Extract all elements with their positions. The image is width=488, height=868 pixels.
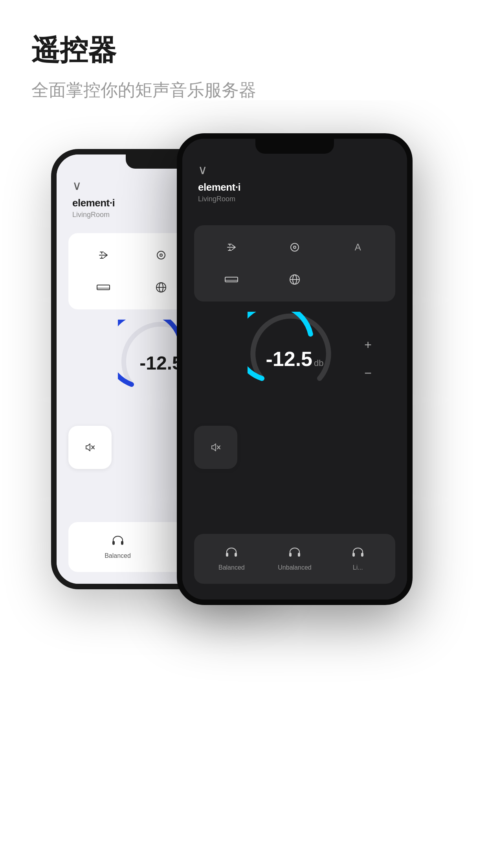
input-usb-light[interactable] bbox=[75, 239, 132, 271]
mute-section-dark bbox=[194, 426, 237, 469]
output-balanced-dark[interactable]: Balanced bbox=[200, 540, 263, 577]
brand-name-dark: element·i bbox=[198, 181, 240, 193]
volume-number-dark: -12.5 bbox=[266, 347, 312, 371]
chevron-icon-light[interactable]: ∨ bbox=[72, 178, 81, 193]
output-balanced-label-dark: Balanced bbox=[218, 564, 245, 571]
vol-plus-dark[interactable]: + bbox=[364, 338, 372, 351]
page-header: 遥控器 全面掌控你的矩声音乐服务器 bbox=[0, 0, 488, 118]
power-button-dark bbox=[411, 217, 413, 253]
output-balanced-label-light: Balanced bbox=[105, 552, 131, 559]
vol-down-light bbox=[51, 253, 53, 276]
vol-up-dark bbox=[177, 210, 178, 233]
volume-knob-dark[interactable]: -12.5 db bbox=[248, 312, 342, 406]
output-unbalanced-label-dark: Unbalanced bbox=[278, 564, 311, 571]
output-line-label-dark: Li... bbox=[353, 564, 363, 571]
input-usb-dark[interactable] bbox=[200, 232, 263, 263]
page-title: 遥控器 bbox=[31, 31, 457, 69]
svg-point-13 bbox=[294, 246, 296, 248]
volume-section-dark: -12.5 db + − bbox=[194, 304, 395, 414]
headphone-balanced-icon-light bbox=[112, 535, 124, 548]
page-subtitle: 全面掌控你的矩声音乐服务器 bbox=[31, 79, 457, 102]
brand-text-light: element·i bbox=[72, 197, 115, 209]
svg-rect-8 bbox=[112, 541, 115, 545]
headphone-line-icon-dark bbox=[352, 546, 364, 560]
brand-light: element·i LivingRoom bbox=[72, 197, 115, 219]
mute-section-light bbox=[68, 426, 112, 469]
volume-number-light: -12.5 bbox=[139, 353, 182, 373]
volume-value-dark: -12.5 db bbox=[266, 347, 323, 371]
headphone-balanced-icon-dark bbox=[225, 546, 238, 560]
input-cd-dark[interactable] bbox=[264, 232, 326, 263]
svg-rect-14 bbox=[225, 277, 238, 282]
svg-rect-20 bbox=[226, 553, 228, 557]
output-section-dark: Balanced Unbalanced bbox=[194, 534, 395, 584]
headphone-unbalanced-icon-dark bbox=[288, 546, 301, 560]
svg-point-0 bbox=[157, 251, 165, 259]
brand-name-light: element·i bbox=[72, 197, 115, 209]
svg-point-12 bbox=[291, 243, 299, 251]
chevron-icon-dark[interactable]: ∨ bbox=[198, 162, 207, 177]
mute-btn-light[interactable] bbox=[68, 426, 112, 469]
svg-rect-2 bbox=[97, 285, 110, 290]
svg-rect-21 bbox=[235, 553, 237, 557]
vol-minus-dark[interactable]: − bbox=[364, 367, 372, 379]
vol-up-light bbox=[51, 225, 53, 249]
brand-location-dark: LivingRoom bbox=[198, 195, 240, 203]
vol-down-dark bbox=[177, 237, 178, 261]
brand-location-light: LivingRoom bbox=[72, 211, 115, 219]
volume-controls-dark: + − bbox=[364, 338, 372, 379]
output-line-dark[interactable]: Li... bbox=[327, 540, 389, 577]
input-a-dark[interactable]: A bbox=[327, 232, 389, 263]
input-net-dark[interactable] bbox=[264, 264, 326, 295]
mute-btn-dark[interactable] bbox=[194, 426, 237, 469]
notch-dark bbox=[255, 139, 334, 154]
brand-dark: element·i LivingRoom bbox=[198, 181, 240, 203]
svg-rect-25 bbox=[361, 553, 363, 557]
brand-text-dark: element·i bbox=[198, 181, 240, 193]
input-hdmi-light[interactable] bbox=[75, 272, 132, 303]
output-balanced-light[interactable]: Balanced bbox=[75, 528, 161, 566]
input-hdmi-dark[interactable] bbox=[200, 264, 263, 295]
dark-phone: ∨ element·i LivingRoom bbox=[177, 133, 413, 605]
volume-value-light: -12.5 bbox=[139, 352, 182, 374]
svg-rect-9 bbox=[121, 541, 123, 545]
input-grid-dark: A bbox=[194, 225, 395, 302]
volume-unit-dark: db bbox=[314, 358, 323, 368]
output-unbalanced-dark[interactable]: Unbalanced bbox=[264, 540, 326, 577]
svg-rect-22 bbox=[289, 553, 292, 557]
screen-dark: ∨ element·i LivingRoom bbox=[182, 139, 407, 600]
svg-rect-23 bbox=[298, 553, 300, 557]
phones-container: ∨ element·i LivingRoom bbox=[0, 133, 488, 849]
svg-point-1 bbox=[160, 254, 162, 256]
svg-rect-24 bbox=[352, 553, 355, 557]
